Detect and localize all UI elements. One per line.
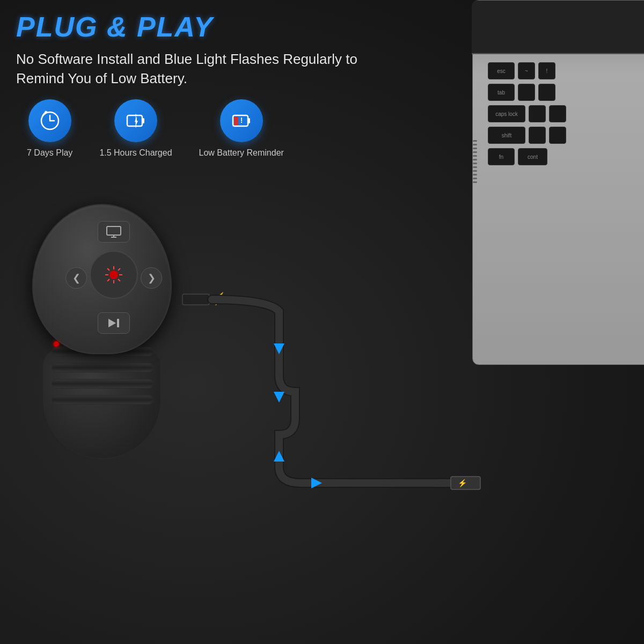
grille-line: [473, 163, 477, 164]
battery-alert-icon-circle: !: [220, 99, 263, 142]
battery-charge-icon: [124, 109, 148, 133]
svg-rect-34: [117, 319, 119, 327]
feature-low-battery: ! Low Battery Reminder: [199, 99, 284, 159]
fn-key[interactable]: fn: [488, 148, 515, 165]
key-row-4: shift: [488, 127, 644, 144]
top-section: PLUG & PLAY No Software Install and Blue…: [16, 11, 365, 89]
grille-line: [473, 155, 477, 157]
key-row-5: fn cont: [488, 148, 644, 165]
grip-line-3: [52, 379, 153, 389]
laptop-body: esc ~ ! tab caps lock shi: [472, 0, 644, 365]
led-indicator: [54, 341, 59, 347]
tilde-key[interactable]: ~: [518, 62, 535, 79]
key-q[interactable]: [518, 84, 535, 101]
battery-alert-icon: !: [230, 109, 253, 133]
key-row-2: tab: [488, 84, 644, 101]
svg-marker-14: [274, 343, 284, 354]
remote-controller: ❮ ❯: [21, 204, 193, 462]
grille-line: [473, 140, 477, 142]
forward-button-icon: [106, 317, 121, 329]
svg-line-32: [107, 279, 109, 281]
svg-marker-7: [135, 116, 138, 126]
forward-button[interactable]: [98, 312, 130, 334]
svg-rect-20: [107, 226, 121, 235]
svg-text:⚡: ⚡: [458, 479, 467, 488]
remote-buttons: ❮ ❯: [65, 221, 162, 339]
features-row: 7 Days Play 1.5 Hours Charged: [27, 99, 284, 159]
key-row-1: esc ~ !: [488, 62, 644, 79]
svg-rect-4: [127, 115, 142, 126]
battery-charge-icon-circle: [114, 99, 157, 142]
svg-text:!: !: [240, 116, 243, 125]
key-w[interactable]: [538, 84, 555, 101]
grille-line: [473, 159, 477, 160]
grille-line: [473, 144, 477, 145]
feature-hours-charged: 1.5 Hours Charged: [99, 99, 172, 159]
svg-marker-17: [311, 478, 322, 488]
shift-key[interactable]: shift: [488, 127, 525, 144]
keyboard-area: esc ~ ! tab caps lock shi: [488, 62, 644, 363]
remote-grip: [43, 341, 161, 459]
laptop-screen-top: [472, 1, 644, 54]
ctrl-key[interactable]: cont: [518, 148, 547, 165]
grille-line: [473, 178, 477, 179]
esc-key[interactable]: esc: [488, 62, 515, 79]
svg-rect-18: [451, 477, 480, 489]
svg-point-24: [109, 270, 118, 279]
svg-marker-15: [274, 392, 284, 402]
svg-rect-10: [234, 116, 238, 125]
speaker-grille: [473, 135, 477, 269]
svg-line-30: [118, 279, 120, 281]
clock-rotate-icon: [38, 109, 62, 133]
laptop: esc ~ ! tab caps lock shi: [429, 0, 644, 376]
svg-marker-16: [274, 451, 284, 462]
capslock-key[interactable]: caps lock: [488, 105, 525, 122]
laser-button[interactable]: [90, 251, 138, 299]
svg-rect-9: [248, 118, 250, 123]
feature-hours-label: 1.5 Hours Charged: [99, 148, 172, 159]
key-a[interactable]: [529, 105, 546, 122]
remote-body: ❮ ❯: [32, 204, 172, 354]
left-button[interactable]: ❮: [65, 267, 87, 289]
feature-days-play: 7 Days Play: [27, 99, 72, 159]
key-x[interactable]: [549, 127, 566, 144]
svg-rect-5: [142, 118, 144, 123]
screen-button[interactable]: [98, 221, 130, 243]
tab-key[interactable]: tab: [488, 84, 515, 101]
key-row-3: caps lock: [488, 105, 644, 122]
svg-text:⚡: ⚡: [212, 291, 227, 306]
laser-icon: [104, 265, 123, 284]
clock-icon-circle: [28, 99, 71, 142]
grille-line: [473, 166, 477, 168]
right-button[interactable]: ❯: [141, 267, 162, 289]
feature-low-battery-label: Low Battery Reminder: [199, 148, 284, 159]
page-title: PLUG & PLAY: [16, 11, 365, 43]
subtitle-text: No Software Install and Blue Light Flash…: [16, 49, 365, 89]
svg-line-31: [118, 268, 120, 270]
grille-line: [473, 174, 477, 175]
svg-marker-33: [108, 319, 116, 327]
grille-line: [473, 148, 477, 149]
svg-line-29: [107, 268, 109, 270]
grip-line-2: [52, 363, 153, 372]
grip-lines: [52, 347, 153, 411]
grille-line: [473, 181, 477, 183]
screen-button-icon: [106, 226, 121, 238]
key-s[interactable]: [549, 105, 566, 122]
main-container: PLUG & PLAY No Software Install and Blue…: [0, 0, 644, 644]
feature-days-label: 7 Days Play: [27, 148, 72, 159]
grip-line-4: [52, 395, 153, 405]
key-z[interactable]: [529, 127, 546, 144]
grille-line: [473, 151, 477, 153]
grille-line: [473, 170, 477, 172]
excl-key[interactable]: !: [538, 62, 555, 79]
